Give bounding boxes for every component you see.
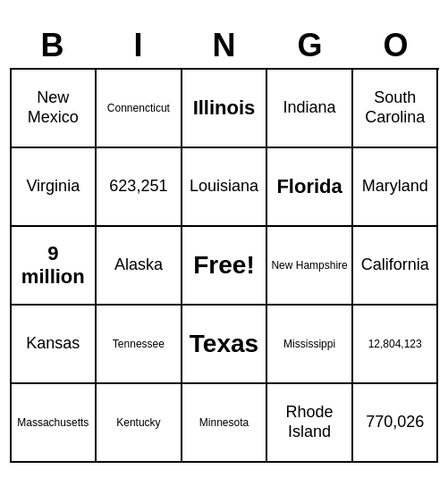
bingo-cell: Kentucky <box>97 384 182 463</box>
cell-content: South Carolina <box>357 88 434 127</box>
header-letter: I <box>96 23 182 68</box>
cell-content: New Hampshire <box>271 259 347 272</box>
bingo-cell: 9 million <box>12 227 97 306</box>
cell-content: Minnesota <box>199 416 249 429</box>
cell-content: Virginia <box>26 177 80 197</box>
bingo-cell: Rhode Island <box>267 384 353 463</box>
cell-content: California <box>361 256 429 275</box>
bingo-cell: South Carolina <box>353 70 439 148</box>
bingo-cell: 12,804,123 <box>353 306 439 384</box>
bingo-cell: Alaska <box>97 227 182 306</box>
bingo-cell: Massachusetts <box>12 384 97 463</box>
cell-content: Massachusetts <box>17 416 89 429</box>
bingo-cell: Virginia <box>12 148 97 227</box>
bingo-cell: Free! <box>182 227 268 306</box>
cell-content: Tennessee <box>113 338 165 350</box>
bingo-cell: Florida <box>267 148 353 227</box>
cell-content: 12,804,123 <box>368 338 422 350</box>
cell-content: Mississippi <box>283 338 335 350</box>
cell-content: Kansas <box>26 334 80 354</box>
bingo-header: BINGO <box>10 23 439 68</box>
cell-content: 770,026 <box>366 413 424 432</box>
header-letter: G <box>267 23 353 68</box>
bingo-cell: Mississippi <box>267 306 353 384</box>
header-letter: O <box>353 23 439 68</box>
cell-content: Illinois <box>193 96 256 120</box>
bingo-cell: California <box>353 227 439 306</box>
bingo-cell: New Hampshire <box>267 227 353 306</box>
cell-content: Indiana <box>283 98 336 118</box>
cell-content: Connencticut <box>107 102 170 114</box>
cell-content: 623,251 <box>109 177 167 197</box>
bingo-card: BINGO New MexicoConnencticutIllinoisIndi… <box>10 23 439 463</box>
bingo-cell: Texas <box>182 306 268 384</box>
header-letter: N <box>182 23 267 68</box>
cell-content: Rhode Island <box>271 403 348 441</box>
bingo-cell: Indiana <box>267 70 353 148</box>
cell-content: Louisiana <box>190 177 258 197</box>
cell-content: Florida <box>276 175 342 198</box>
bingo-cell: Maryland <box>353 148 439 227</box>
cell-content: 9 million <box>15 242 92 289</box>
cell-content: Maryland <box>362 177 428 197</box>
cell-content: Free! <box>193 251 254 280</box>
bingo-cell: 623,251 <box>97 148 182 227</box>
cell-content: Alaska <box>114 256 163 275</box>
header-letter: B <box>10 23 96 68</box>
bingo-grid: New MexicoConnencticutIllinoisIndianaSou… <box>10 68 439 463</box>
bingo-cell: Louisiana <box>182 148 268 227</box>
bingo-cell: Tennessee <box>97 306 182 384</box>
cell-content: Kentucky <box>116 416 160 429</box>
cell-content: New Mexico <box>15 88 92 127</box>
bingo-cell: Illinois <box>182 70 268 148</box>
bingo-cell: Kansas <box>12 306 97 384</box>
bingo-cell: New Mexico <box>12 70 97 148</box>
bingo-cell: Minnesota <box>182 384 268 463</box>
cell-content: Texas <box>190 330 258 358</box>
bingo-cell: 770,026 <box>353 384 439 463</box>
bingo-cell: Connencticut <box>97 70 182 148</box>
